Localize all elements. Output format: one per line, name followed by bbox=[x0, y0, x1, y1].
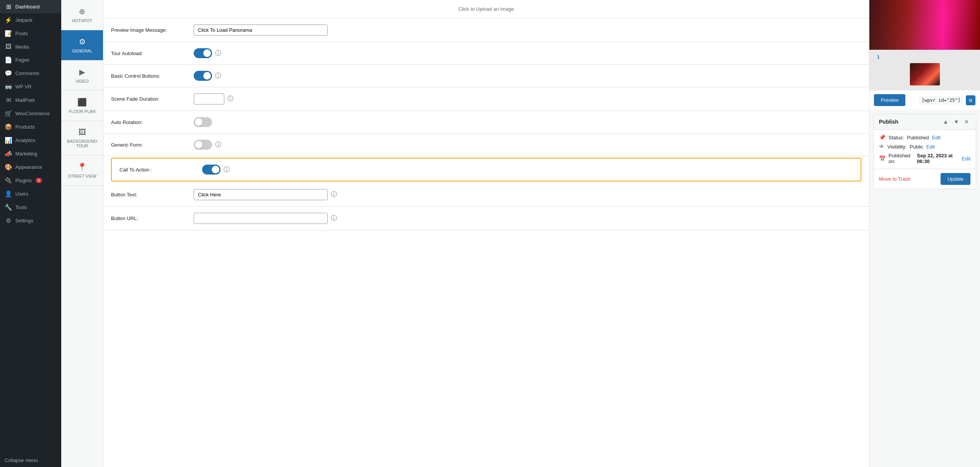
visibility-edit-link[interactable]: Edit bbox=[926, 144, 935, 150]
scene-fade-duration-input[interactable] bbox=[194, 93, 224, 105]
sidebar-item-pages[interactable]: 📄 Pages bbox=[0, 53, 61, 67]
move-to-trash-link[interactable]: Move to Trash bbox=[879, 176, 910, 182]
visibility-value: Public bbox=[910, 144, 923, 150]
wp-vr-icon: 🥽 bbox=[5, 83, 12, 90]
tour-autoload-control: ⓘ bbox=[194, 48, 861, 58]
generic-form-info-icon[interactable]: ⓘ bbox=[215, 141, 221, 149]
sidebar-label-plugins: Plugins bbox=[15, 178, 32, 183]
video-tab-icon: ▶ bbox=[79, 67, 85, 77]
sidebar-item-users[interactable]: 👤 Users bbox=[0, 187, 61, 201]
publish-box: Publish ▲ ▼ ✕ 📌 Status: Published Edit 👁… bbox=[873, 114, 976, 189]
sidebar-item-media[interactable]: 🖼 Media bbox=[0, 40, 61, 53]
right-sidebar: 1 Preview [wpvr id="25"] ⧉ Publish ▲ ▼ ✕… bbox=[869, 0, 980, 467]
button-url-row: Button URL: ⓘ bbox=[103, 207, 869, 230]
preview-image-message-input[interactable] bbox=[194, 24, 328, 36]
publish-close-button[interactable]: ✕ bbox=[963, 118, 970, 126]
sidebar-item-posts[interactable]: 📝 Posts bbox=[0, 27, 61, 40]
visibility-row: 👁 Visibility: Public Edit bbox=[879, 144, 970, 150]
tab-hotspot[interactable]: ⊕ HOTSPOT bbox=[61, 0, 103, 30]
sidebar-item-marketing[interactable]: 📣 Marketing bbox=[0, 147, 61, 160]
sidebar-label-marketing: Marketing bbox=[15, 151, 37, 157]
update-button[interactable]: Update bbox=[941, 173, 970, 185]
preview-button[interactable]: Preview bbox=[874, 94, 905, 106]
basic-control-buttons-control: ⓘ bbox=[194, 71, 861, 81]
thumbnail-section: 1 bbox=[869, 50, 980, 90]
call-to-action-control: ⓘ bbox=[202, 165, 853, 175]
publish-collapse-down-button[interactable]: ▼ bbox=[952, 118, 960, 126]
appearance-icon: 🎨 bbox=[5, 163, 12, 171]
sidebar-item-jetpack[interactable]: ⚡ Jetpack bbox=[0, 13, 61, 27]
street-view-tab-icon: 📍 bbox=[77, 162, 87, 171]
published-on-label: Published on: bbox=[889, 153, 914, 164]
tab-video[interactable]: ▶ VIDEO bbox=[61, 60, 103, 91]
visibility-icon: 👁 bbox=[879, 144, 884, 150]
sidebar-item-tools[interactable]: 🔧 Tools bbox=[0, 201, 61, 214]
tour-autoload-info-icon[interactable]: ⓘ bbox=[215, 49, 221, 57]
sidebar-item-products[interactable]: 📦 Products bbox=[0, 120, 61, 134]
sidebar-item-analytics[interactable]: 📊 Analytics bbox=[0, 134, 61, 147]
published-on-row: 📅 Published on: Sep 22, 2023 at 06:30 Ed… bbox=[879, 153, 970, 164]
preview-image-message-row: Preview Image Message: bbox=[103, 18, 869, 42]
scene-fade-duration-info-icon[interactable]: ⓘ bbox=[227, 95, 234, 103]
tab-hotspot-label: HOTSPOT bbox=[72, 18, 92, 23]
plugins-icon: 🔌 bbox=[5, 177, 12, 184]
upload-text: Click to Upload an Image bbox=[458, 6, 514, 12]
collapse-menu-button[interactable]: Collapse menu bbox=[0, 454, 61, 467]
auto-rotation-toggle[interactable] bbox=[194, 117, 212, 127]
sidebar-label-woocommerce: WooCommerce bbox=[15, 111, 50, 116]
sidebar-item-plugins[interactable]: 🔌 Plugins 5 bbox=[0, 174, 61, 187]
tab-street-view[interactable]: 📍 STREET VIEW bbox=[61, 155, 103, 186]
sidebar-item-mailpoet[interactable]: ✉ MailPoet bbox=[0, 93, 61, 107]
published-on-edit-link[interactable]: Edit bbox=[962, 156, 970, 162]
sidebar-label-products: Products bbox=[15, 124, 35, 130]
sidebar-item-comments[interactable]: 💬 Comments bbox=[0, 67, 61, 80]
button-text-input[interactable] bbox=[194, 189, 328, 200]
button-url-control: ⓘ bbox=[194, 213, 861, 224]
thumbnail-image bbox=[910, 63, 940, 86]
basic-control-buttons-toggle[interactable] bbox=[194, 71, 212, 81]
upload-area[interactable]: Click to Upload an Image bbox=[103, 0, 869, 18]
shortcode-area: [wpvr id="25"] ⧉ bbox=[919, 95, 975, 105]
marketing-icon: 📣 bbox=[5, 150, 12, 157]
preview-image-message-control bbox=[194, 24, 861, 36]
published-on-icon: 📅 bbox=[879, 155, 885, 162]
publish-title: Publish bbox=[879, 119, 898, 125]
auto-rotation-row: Auto Rotation: bbox=[103, 111, 869, 134]
tab-background-tour[interactable]: 🖼 BACKGROUND TOUR bbox=[61, 121, 103, 155]
status-edit-link[interactable]: Edit bbox=[932, 135, 941, 140]
basic-control-buttons-info-icon[interactable]: ⓘ bbox=[215, 72, 221, 80]
status-value: Published bbox=[907, 135, 929, 140]
button-url-input[interactable] bbox=[194, 213, 328, 224]
hotspot-tab-icon: ⊕ bbox=[79, 7, 85, 16]
button-url-info-icon[interactable]: ⓘ bbox=[331, 214, 337, 222]
tab-background-tour-label: BACKGROUND TOUR bbox=[64, 139, 100, 148]
tab-general[interactable]: ⚙ GENERAL bbox=[61, 30, 103, 60]
tour-autoload-toggle[interactable] bbox=[194, 48, 212, 58]
sidebar-item-settings[interactable]: ⚙ Settings bbox=[0, 214, 61, 227]
button-text-control: ⓘ bbox=[194, 189, 861, 200]
sidebar-item-wp-vr[interactable]: 🥽 WP VR bbox=[0, 80, 61, 93]
generic-form-toggle[interactable] bbox=[194, 140, 212, 150]
media-icon: 🖼 bbox=[5, 43, 12, 50]
call-to-action-row: Call To Action : ⓘ bbox=[111, 158, 861, 181]
tab-video-label: VIDEO bbox=[75, 79, 88, 83]
sidebar-label-analytics: Analytics bbox=[15, 137, 35, 143]
shortcode-text: [wpvr id="25"] bbox=[919, 96, 964, 105]
sidebar-item-woocommerce[interactable]: 🛒 WooCommerce bbox=[0, 107, 61, 120]
publish-collapse-up-button[interactable]: ▲ bbox=[941, 118, 950, 126]
sidebar-label-wp-vr: WP VR bbox=[15, 84, 31, 90]
publish-body: 📌 Status: Published Edit 👁 Visibility: P… bbox=[874, 130, 976, 169]
preview-image-top bbox=[869, 0, 980, 50]
copy-shortcode-button[interactable]: ⧉ bbox=[966, 95, 975, 105]
button-text-info-icon[interactable]: ⓘ bbox=[331, 191, 337, 199]
settings-icon: ⚙ bbox=[5, 217, 12, 224]
basic-control-buttons-row: Basic Control Buttons: ⓘ bbox=[103, 65, 869, 87]
sidebar-item-dashboard[interactable]: ⊞ Dashboard bbox=[0, 0, 61, 13]
tab-floor-plan[interactable]: ⬛ FLOOR PLAN bbox=[61, 91, 103, 121]
call-to-action-info-icon[interactable]: ⓘ bbox=[224, 166, 230, 174]
visibility-label: Visibility: bbox=[887, 144, 906, 150]
background-tour-tab-icon: 🖼 bbox=[78, 128, 86, 137]
sidebar-item-appearance[interactable]: 🎨 Appearance bbox=[0, 160, 61, 174]
collapse-menu-label: Collapse menu bbox=[5, 457, 38, 463]
call-to-action-toggle[interactable] bbox=[202, 165, 220, 175]
